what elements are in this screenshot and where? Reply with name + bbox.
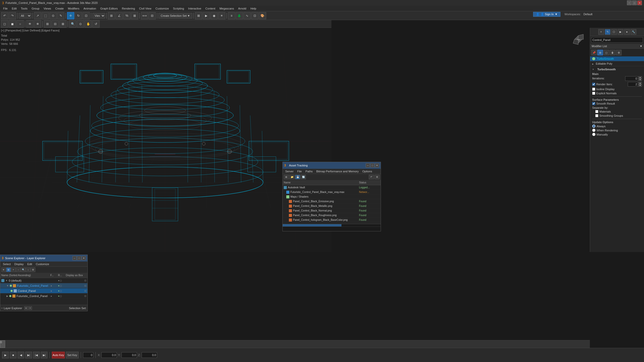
always-radio[interactable] [592,124,596,128]
go-end-button[interactable]: ▶| [41,352,47,358]
menu-edit[interactable]: Edit [10,6,19,11]
zoom-button[interactable]: 🔍 [69,20,76,28]
remove-modifier-btn[interactable]: 🗑 [610,50,615,55]
paint-select-button[interactable]: ✎ [57,12,64,19]
motion-panel-tab[interactable]: ▶ [618,29,623,35]
at-minimize-btn[interactable]: ─ [366,163,370,167]
menu-create[interactable]: Create [53,6,66,11]
hierarchy-panel-tab[interactable]: ⬡ [611,29,617,35]
menu-rendering[interactable]: Rendering [120,6,137,11]
at-row-metallic[interactable]: Panel_Control_Black_Metallic.png Found [283,204,381,208]
se-item-futuristic-ctrl-2[interactable]: ▶ Futuristic_Control_Panel ✦ ● ◻ ⊡ [0,293,87,299]
se-item-control-panel[interactable]: Control_Panel ✦ ● ◻ ⊡ [0,288,87,293]
at-row-normal[interactable]: Panel_Control_Black_Normal.png Found [283,208,381,213]
se-display-menu[interactable]: Display [13,262,25,266]
smooth-result-checkbox[interactable] [592,102,595,105]
set-key-button[interactable]: Set Key [66,352,79,358]
se-tb-sort-btn[interactable]: ↕ [26,267,30,272]
percent-snap-button[interactable]: % [123,12,131,19]
se-tb-find-btn[interactable]: 🔍 [21,267,26,272]
scene-explorer-button[interactable]: 🌲 [236,12,243,19]
se-tb-collapse-btn[interactable]: − [16,267,21,272]
modifier-list-header[interactable]: Modifier List ▼ [590,44,644,49]
se-tb-close-btn[interactable]: ✕ [1,267,6,272]
scale-button[interactable]: ⊡ [83,12,90,19]
mirror-button[interactable]: ⟺ [141,12,148,19]
pin-stack-btn[interactable]: 📌 [591,50,597,55]
manually-radio[interactable] [592,133,596,136]
next-frame-button[interactable]: ▶| [25,352,32,358]
menu-views[interactable]: Views [42,6,53,11]
curve-editor-button[interactable]: ∿ [243,12,251,19]
at-input-area[interactable] [283,226,381,231]
select-move-button[interactable]: ✛ [67,12,74,19]
menu-civil-view[interactable]: Civil View [137,6,153,11]
at-tb-btn3[interactable]: 💾 [295,175,300,179]
arc-rotate-button[interactable]: ↺ [92,20,100,28]
play-button[interactable]: ▶ [2,352,9,358]
angle-snap-button[interactable]: ∠ [116,12,123,19]
view-dropdown[interactable]: View [92,13,105,19]
explicit-normals-checkbox[interactable] [592,92,595,95]
go-start-button[interactable]: |◀ [33,352,40,358]
at-tb-refresh-btn[interactable]: ↶ [369,175,374,179]
close-button[interactable]: ✕ [637,1,642,5]
zoom-all-button[interactable]: ⊙ [77,20,84,28]
x-coord-input[interactable] [101,352,117,358]
time-slider[interactable]: 0 [0,340,590,348]
select-region-button[interactable]: ⬚ [42,12,49,19]
at-bitmap-menu[interactable]: Bitmap Performance and Memory [315,170,360,173]
smoothing-groups-checkbox[interactable] [595,114,598,117]
stop-button[interactable]: ■ [10,352,17,358]
render-iters-checkbox[interactable] [592,83,595,86]
render-setup-button[interactable]: ⊠ [195,12,202,19]
render-environment-button[interactable]: ☀ [218,12,225,19]
auto-key-button[interactable]: Auto Key [52,352,65,358]
menu-scripting[interactable]: Scripting [171,6,186,11]
at-tb-btn1[interactable]: ⊞ [284,175,289,179]
utility-panel-tab[interactable]: 🔧 [631,29,636,35]
at-tb-settings-btn[interactable]: ⚙ [374,175,380,179]
se-tb-filter-btn[interactable]: ⊞ [6,267,11,272]
se-maximize-btn[interactable]: □ [77,256,81,260]
select-tool-button[interactable]: ↗ [34,12,41,19]
menu-help[interactable]: Help [248,6,258,11]
viewport[interactable]: [+] [Perspective] [User Defined] [Edged … [0,28,331,252]
se-tb-settings-btn[interactable]: ⚙ [31,267,35,272]
at-options-menu[interactable]: Options [361,170,374,173]
configure-modifier-sets-btn[interactable]: ⚙ [616,50,622,55]
menu-interactive[interactable]: Interactive [186,6,203,11]
max-viewport-button[interactable]: ⊟ [52,20,59,28]
at-row-roughness[interactable]: Panel_Control_Black_Roughness.png Found [283,213,381,218]
turbosmooth-eye[interactable] [592,57,595,60]
navigation-cube[interactable]: Top [569,30,587,48]
at-paths-menu[interactable]: Paths [304,170,314,173]
render-frame-button[interactable]: ▶ [203,12,210,19]
menu-arnold[interactable]: Arnold [236,6,248,11]
se-minimize-btn[interactable]: ─ [72,256,77,260]
minimize-button[interactable]: − [627,1,632,5]
prev-frame-button[interactable]: ◀ [18,352,24,358]
frame-number-input[interactable] [83,352,93,358]
at-tb-btn4[interactable]: 🔄 [301,175,306,179]
spinner-snap-button[interactable]: ⊠ [131,12,138,19]
se-customize-menu[interactable]: Customize [34,262,51,266]
se-tb-expand-btn[interactable]: + [11,267,16,272]
lasso-select-button[interactable]: ⊙ [50,12,57,19]
menu-tools[interactable]: Tools [19,6,30,11]
menu-graph-editors[interactable]: Graph Editors [98,6,120,11]
make-unique-btn[interactable]: ◻ [604,50,609,55]
selection-filter-dropdown[interactable]: All [19,13,31,19]
se-item-futuristic-ctrl[interactable]: ▼ Futuristic_Control_Panel ✦ ● ◻ ⊡ [0,283,87,288]
create-selection-set-button[interactable]: Create Selection Set ▼ [158,13,192,19]
menu-content[interactable]: Content [203,6,217,11]
show-end-result-btn[interactable]: ⊞ [597,50,603,55]
at-maximize-btn[interactable]: □ [370,163,374,167]
modify-panel-tab[interactable]: ✎ [605,29,610,35]
se-select-menu[interactable]: Select [1,262,12,266]
at-close-btn[interactable]: ✕ [375,163,379,167]
display-panel-tab[interactable]: ● [624,29,630,35]
se-item-0default[interactable]: ▼ 0 (default) ● ◻ ⊡ [0,278,87,283]
at-file-menu[interactable]: File [296,170,303,173]
pan-button[interactable]: ✋ [85,20,92,28]
